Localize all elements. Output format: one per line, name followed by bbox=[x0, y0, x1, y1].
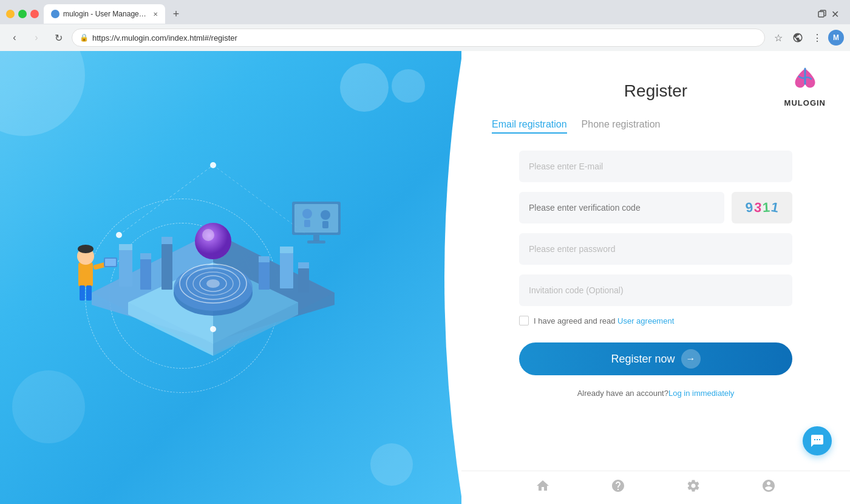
svg-rect-43 bbox=[294, 204, 338, 233]
svg-point-27 bbox=[195, 223, 231, 259]
left-panel bbox=[0, 51, 461, 504]
user-agreement-link[interactable]: User agreement bbox=[617, 316, 674, 325]
svg-rect-0 bbox=[818, 12, 824, 17]
tab-email-registration[interactable]: Email registration bbox=[492, 119, 567, 134]
svg-rect-45 bbox=[304, 220, 310, 227]
login-prompt-text: Already have an account?Log in immediate… bbox=[577, 389, 735, 398]
lock-icon: 🔒 bbox=[80, 33, 89, 42]
svg-point-31 bbox=[210, 326, 216, 332]
svg-point-38 bbox=[78, 245, 93, 253]
svg-line-32 bbox=[119, 165, 213, 235]
window-controls[interactable] bbox=[6, 10, 39, 18]
captcha-char-2: 3 bbox=[753, 200, 762, 216]
registration-tabs: Email registration Phone registration bbox=[492, 119, 660, 134]
svg-marker-17 bbox=[140, 253, 151, 259]
bookmark-icon[interactable]: ☆ bbox=[770, 29, 787, 46]
tab-bar: mulogin - User Management Bac... ✕ + bbox=[44, 4, 185, 24]
browser-chrome: mulogin - User Management Bac... ✕ + ✕ ‹… bbox=[0, 0, 850, 51]
bubble-3 bbox=[370, 443, 413, 486]
svg-rect-18 bbox=[162, 244, 172, 290]
browser-close-icon[interactable]: ✕ bbox=[831, 9, 839, 20]
captcha-char-1: 9 bbox=[744, 199, 754, 216]
restore-icon[interactable] bbox=[818, 10, 826, 18]
curve-separator bbox=[414, 51, 461, 504]
email-input-group bbox=[519, 151, 792, 182]
svg-point-44 bbox=[302, 209, 312, 219]
invitation-code-input[interactable] bbox=[519, 274, 792, 306]
svg-rect-48 bbox=[313, 235, 319, 241]
captcha-chars: 9 3 1 1 bbox=[741, 200, 784, 216]
svg-point-13 bbox=[206, 279, 220, 288]
svg-rect-20 bbox=[280, 253, 293, 288]
agreement-row: I have agreed and read User agreement bbox=[519, 316, 792, 325]
right-panel: MULOGIN Register Email registration Phon… bbox=[461, 51, 850, 504]
back-button[interactable]: ‹ bbox=[6, 29, 23, 46]
svg-rect-49 bbox=[307, 240, 325, 243]
toolbar-actions: ☆ ⋮ M bbox=[770, 29, 844, 46]
svg-marker-23 bbox=[259, 256, 270, 262]
verification-code-input[interactable] bbox=[519, 192, 724, 223]
login-immediately-link[interactable]: Log in immediately bbox=[668, 389, 734, 398]
tab-favicon bbox=[51, 10, 59, 18]
footer-settings-icon[interactable] bbox=[686, 478, 701, 497]
agreement-static-text: I have agreed and read bbox=[534, 316, 617, 325]
logo-area: MULOGIN bbox=[784, 66, 826, 107]
extension-icon[interactable] bbox=[789, 29, 806, 46]
svg-point-28 bbox=[202, 229, 214, 241]
captcha-char-3: 1 bbox=[762, 200, 770, 216]
footer-home-icon[interactable] bbox=[536, 478, 550, 497]
captcha-image[interactable]: 9 3 1 1 bbox=[732, 192, 792, 223]
agreement-text: I have agreed and read User agreement bbox=[534, 316, 674, 325]
svg-rect-34 bbox=[78, 262, 93, 287]
close-button[interactable] bbox=[30, 10, 39, 18]
bottom-footer bbox=[461, 471, 850, 504]
chat-bubble-button[interactable] bbox=[803, 426, 832, 455]
maximize-button[interactable] bbox=[18, 10, 27, 18]
email-input[interactable] bbox=[519, 151, 792, 182]
svg-point-46 bbox=[321, 210, 330, 220]
new-tab-button[interactable]: + bbox=[168, 5, 185, 22]
registration-form: 9 3 1 1 I have agreed and read U bbox=[519, 151, 792, 398]
svg-rect-24 bbox=[298, 268, 309, 293]
menu-icon[interactable]: ⋮ bbox=[809, 29, 826, 46]
password-input[interactable] bbox=[519, 233, 792, 265]
verification-code-row: 9 3 1 1 bbox=[519, 192, 792, 223]
svg-rect-22 bbox=[259, 262, 270, 290]
svg-rect-36 bbox=[86, 285, 92, 301]
tab-phone-registration[interactable]: Phone registration bbox=[582, 119, 661, 134]
svg-rect-47 bbox=[322, 221, 328, 228]
svg-marker-21 bbox=[280, 247, 293, 253]
login-prompt-area: Already have an account?Log in immediate… bbox=[519, 387, 792, 398]
browser-toolbar: ‹ › ↻ 🔒 https://v.mulogin.com/index.html… bbox=[0, 24, 850, 51]
footer-help-icon[interactable] bbox=[611, 478, 625, 497]
svg-marker-19 bbox=[162, 237, 172, 244]
already-have-account-text: Already have an account? bbox=[577, 389, 668, 398]
tab-title: mulogin - User Management Bac... bbox=[63, 10, 149, 18]
invitation-code-input-group bbox=[519, 274, 792, 306]
logo-text: MULOGIN bbox=[784, 98, 826, 107]
agreement-checkbox[interactable] bbox=[519, 316, 529, 325]
svg-rect-14 bbox=[119, 250, 132, 287]
svg-rect-41 bbox=[105, 259, 116, 266]
main-content: MULOGIN Register Email registration Phon… bbox=[0, 51, 850, 504]
logo-icon bbox=[790, 66, 820, 96]
register-arrow-icon: → bbox=[681, 349, 701, 369]
forward-button[interactable]: › bbox=[28, 29, 45, 46]
chat-icon bbox=[810, 434, 824, 448]
svg-rect-16 bbox=[140, 259, 151, 290]
page-title: Register bbox=[624, 81, 687, 101]
svg-rect-35 bbox=[80, 285, 85, 301]
register-now-button[interactable]: Register now → bbox=[519, 342, 792, 375]
url-text: https://v.mulogin.com/index.html#/regist… bbox=[92, 33, 237, 43]
svg-marker-15 bbox=[119, 244, 132, 250]
footer-user-icon[interactable] bbox=[761, 478, 776, 497]
minimize-button[interactable] bbox=[6, 10, 15, 18]
reload-button[interactable]: ↻ bbox=[50, 29, 67, 46]
address-bar[interactable]: 🔒 https://v.mulogin.com/index.html#/regi… bbox=[72, 29, 765, 47]
active-tab[interactable]: mulogin - User Management Bac... ✕ bbox=[44, 4, 165, 24]
svg-marker-25 bbox=[298, 262, 309, 268]
profile-avatar[interactable]: M bbox=[828, 30, 844, 46]
register-button-label: Register now bbox=[611, 353, 675, 366]
password-input-group bbox=[519, 233, 792, 265]
tab-close-icon[interactable]: ✕ bbox=[153, 11, 158, 18]
